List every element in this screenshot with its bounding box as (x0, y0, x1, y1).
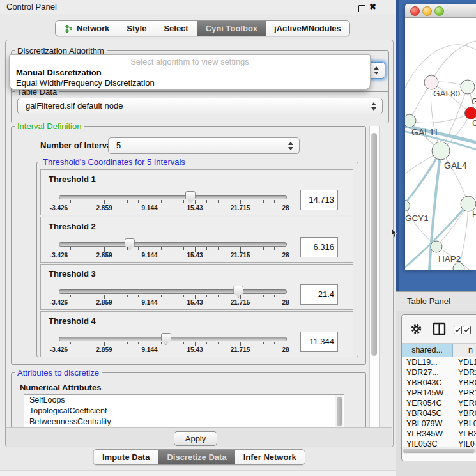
table-panel-body: shared... n YDL19... YDL1 YDR27... YDR2 … (396, 311, 476, 476)
attributes-listbox[interactable]: SelfLoopsTopologicalCoefficientBetweenne… (24, 394, 344, 429)
combo-arrows-icon (374, 66, 380, 75)
window-zoom-icon[interactable] (434, 6, 444, 16)
tab[interactable]: Impute Data (93, 450, 158, 464)
slider-track[interactable] (59, 289, 287, 294)
network-node[interactable] (424, 75, 438, 89)
table-hscrollbar[interactable] (402, 447, 476, 454)
list-item[interactable]: BetweennessCentrality (24, 417, 344, 427)
threshold-panel: Threshold 3 -3.4262.8599.14415.4321.7152… (40, 264, 353, 310)
table-header: shared... n (402, 344, 476, 357)
column-header-name[interactable]: n (453, 344, 476, 357)
scrollbar-thumb[interactable] (371, 133, 377, 356)
network-window-titlebar (405, 4, 476, 18)
network-node[interactable] (461, 80, 475, 94)
tab[interactable]: Style (118, 21, 155, 36)
table-data-combobox[interactable]: galFiltered.sif default node (17, 98, 383, 114)
tab[interactable]: Discretize Data (158, 450, 234, 464)
table-row[interactable]: YBL079W YBL0 (402, 418, 476, 429)
apply-button[interactable]: Apply (174, 431, 217, 446)
settings-scrollbar[interactable] (369, 126, 380, 427)
list-scrollbar[interactable] (335, 395, 343, 427)
cell-name: YER0 (458, 398, 476, 408)
checkbox-icon[interactable] (463, 326, 471, 334)
table-panel-title: Table Panel (407, 292, 450, 311)
combo-arrows-icon (371, 102, 377, 111)
dropdown-item-manual[interactable]: Manual Discretization (16, 68, 102, 77)
network-node-label: GAL4 (444, 160, 467, 171)
window-close-icon[interactable] (410, 6, 420, 16)
table-row[interactable]: YDR27... YDR2 (402, 367, 476, 378)
table-rows: YDL19... YDL1 YDR27... YDR2 YBR043C YBR0… (402, 357, 476, 449)
cell-shared-name: YPR145W (406, 388, 443, 398)
control-panel: Control Panel ✖ NetworkStyleSelectCyni T… (0, 0, 396, 476)
network-node[interactable] (405, 201, 410, 211)
table-row[interactable]: YPR145W YPR1 (402, 388, 476, 398)
slider-track[interactable] (59, 337, 287, 341)
algorithm-dropdown-popup: Select algorithm to view settings Manual… (9, 54, 371, 90)
cell-name: YDL1 (458, 357, 476, 367)
cell-shared-name: YBL079W (406, 418, 442, 429)
threshold-value-field[interactable]: 11.344 (300, 332, 338, 352)
slider-track[interactable] (59, 195, 287, 199)
panel-title: Control Panel (6, 0, 57, 14)
tab[interactable]: Infer Network (235, 450, 305, 464)
network-node[interactable] (432, 142, 450, 160)
network-node-label: H (472, 210, 476, 219)
network-node[interactable] (405, 114, 416, 127)
threshold-value-field[interactable]: 14.713 (300, 190, 338, 210)
app-root: { "control_panel": { "title": "Control P… (0, 0, 476, 476)
network-canvas[interactable]: GAL80GCGAL11GAL4GCY1HHAP2 (405, 18, 476, 270)
threshold-panel: Threshold 2 -3.4262.8599.14415.4321.7152… (40, 217, 353, 263)
num-intervals-spinner[interactable]: 5 (108, 137, 300, 154)
interval-definition-title: Interval Definition (15, 121, 84, 131)
window-minimize-icon[interactable] (422, 6, 432, 16)
split-columns-icon[interactable] (433, 322, 446, 335)
table-data-combobox-value: galFiltered.sif default node (26, 98, 123, 114)
tab[interactable]: Network (56, 21, 118, 36)
table-row[interactable]: YDL19... YDL1 (402, 357, 476, 367)
threshold-value-field[interactable]: 21.4 (300, 284, 338, 305)
tabstrip-bottom: Impute DataDiscretize DataInfer Network (93, 449, 305, 465)
cell-shared-name: YDL19... (406, 357, 438, 367)
tab[interactable]: Select (155, 21, 196, 36)
gear-icon[interactable] (410, 323, 422, 335)
threshold-value-field[interactable]: 6.316 (300, 237, 338, 257)
network-node-label: GAL11 (411, 127, 439, 137)
network-desktop: GAL80GCGAL11GAL4GCY1HHAP2 (396, 0, 476, 291)
threshold-panel: Threshold 4 -3.4262.8599.14415.4321.7152… (40, 311, 353, 357)
threshold-list: Threshold 1 -3.4262.8599.14415.4321.7152… (40, 169, 353, 358)
network-node-label: C (472, 118, 476, 128)
column-header-shared-name[interactable]: shared... (402, 344, 453, 357)
table-toolbar (402, 315, 476, 344)
slider-track[interactable] (59, 242, 287, 247)
table-row[interactable]: YLR345W YLR3 (402, 429, 476, 439)
table-row[interactable]: YBR045C YBR0 (402, 408, 476, 418)
table-row[interactable]: YER054C YER0 (402, 398, 476, 408)
tab[interactable]: Cyni Toolbox (197, 21, 266, 36)
scrollbar-thumb[interactable] (403, 449, 475, 453)
network-view-window[interactable]: GAL80GCGAL11GAL4GCY1HHAP2 (405, 4, 476, 270)
table-row[interactable]: YBR043C YBR0 (402, 378, 476, 388)
list-item[interactable]: SelfLoops (24, 395, 344, 406)
threshold-label: Threshold 3 (49, 269, 96, 279)
cell-name: YLR3 (458, 429, 476, 439)
node-table: shared... n YDL19... YDL1 YDR27... YDR2 … (401, 314, 476, 461)
cell-shared-name: YER054C (406, 398, 442, 408)
right-region: GAL80GCGAL11GAL4GCY1HHAP2 Table Panel (396, 0, 476, 476)
list-item[interactable]: TopologicalCoefficient (24, 406, 344, 417)
network-node-label: G (472, 96, 476, 106)
network-node[interactable] (465, 107, 476, 119)
float-panel-icon[interactable] (358, 5, 365, 12)
checkbox-icon[interactable] (454, 326, 462, 334)
network-node[interactable] (431, 241, 442, 252)
dropdown-item-equal-width[interactable]: Equal Width/Frequency Discretization (16, 78, 155, 88)
tab[interactable]: jActiveMNodules (266, 21, 349, 36)
cell-shared-name: YDR27... (406, 367, 439, 378)
close-panel-icon[interactable]: ✖ (369, 2, 376, 12)
control-panel-titlebar: Control Panel ✖ (0, 0, 396, 14)
cell-name: YBL0 (458, 418, 476, 429)
network-nodes[interactable] (405, 75, 476, 270)
numerical-attributes-label: Numerical Attributes (20, 383, 101, 392)
cell-name: YBR0 (458, 408, 476, 418)
num-intervals-value: 5 (116, 138, 121, 153)
